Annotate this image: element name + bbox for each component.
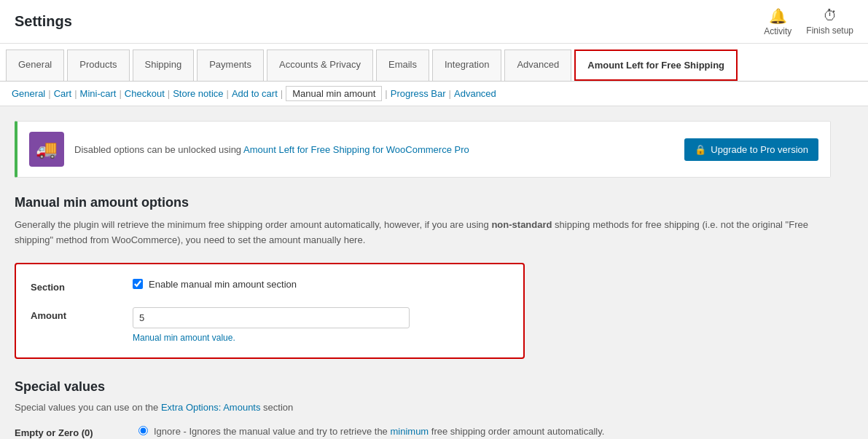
finish-setup-icon: ⏱	[823, 7, 837, 24]
empty-or-zero-label: Empty or Zero (0)	[15, 424, 124, 438]
amount-option-row: Amount Manual min amount value.	[31, 307, 509, 343]
tab-accounts-privacy[interactable]: Accounts & Privacy	[267, 50, 373, 81]
section-control: Enable manual min amount section	[133, 279, 509, 290]
tab-products[interactable]: Products	[67, 50, 129, 81]
sv-desc-link[interactable]: Extra Options: Amounts	[161, 402, 261, 413]
section-description: Generally the plugin will retrieve the m…	[15, 218, 831, 248]
subtab-add-to-cart[interactable]: Add to cart	[232, 88, 278, 99]
upgrade-button[interactable]: 🔒 Upgrade to Pro version	[684, 138, 818, 161]
subtab-store-notice[interactable]: Store notice	[173, 88, 223, 99]
promo-text-before: Disabled options can be unlocked using	[74, 144, 243, 155]
finish-setup-label: Finish setup	[806, 25, 853, 36]
promo-link[interactable]: Amount Left for Free Shipping for WooCom…	[243, 144, 469, 155]
tab-integration[interactable]: Integration	[432, 50, 501, 81]
radio-row-ignore: Ignore - Ignores the manual value and tr…	[138, 424, 831, 439]
radio-ignore[interactable]	[138, 426, 148, 435]
sv-desc-pre: Special values you can use on the	[15, 402, 161, 413]
manual-min-amount-section: Manual min amount options Generally the …	[15, 195, 831, 359]
tab-payments[interactable]: Payments	[197, 50, 264, 81]
main-content: 🚚 Disabled options can be unlocked using…	[0, 106, 845, 439]
sub-tabs: General | Cart | Mini-cart | Checkout | …	[0, 82, 868, 106]
promo-icon: 🚚	[29, 132, 64, 167]
enable-section-checkbox[interactable]	[133, 279, 143, 289]
page-title: Settings	[15, 13, 72, 30]
subtab-checkout[interactable]: Checkout	[125, 88, 165, 99]
promo-box: 🚚 Disabled options can be unlocked using…	[15, 121, 831, 178]
subtab-progress-bar[interactable]: Progress Bar	[391, 88, 446, 99]
section-checkbox-row: Enable manual min amount section	[133, 279, 509, 290]
sv-radio-options: Ignore - Ignores the manual value and tr…	[138, 424, 831, 439]
special-values-title: Special values	[15, 379, 831, 395]
amount-hint: Manual min amount value.	[133, 333, 509, 343]
subtab-manual-min-amount[interactable]: Manual min amount	[286, 86, 382, 101]
section-label: Section	[31, 279, 118, 293]
tab-amount-left[interactable]: Amount Left for Free Shipping	[574, 50, 738, 81]
tab-emails[interactable]: Emails	[376, 50, 429, 81]
tab-general[interactable]: General	[6, 50, 64, 81]
amount-input[interactable]	[133, 307, 410, 328]
tab-advanced[interactable]: Advanced	[504, 50, 571, 81]
section-option-row: Section Enable manual min amount section	[31, 279, 509, 293]
options-box: Section Enable manual min amount section…	[15, 263, 525, 359]
activity-icon: 🔔	[769, 7, 787, 25]
enable-section-label[interactable]: Enable manual min amount section	[149, 279, 297, 290]
subtab-general[interactable]: General	[12, 88, 45, 99]
special-values-desc: Special values you can use on the Extra …	[15, 402, 831, 413]
promo-text: Disabled options can be unlocked using A…	[74, 144, 674, 155]
sv-desc-post: section	[261, 402, 294, 413]
subtab-advanced[interactable]: Advanced	[454, 88, 496, 99]
amount-control: Manual min amount value.	[133, 307, 509, 343]
main-tabs: General Products Shipping Payments Accou…	[0, 44, 868, 82]
activity-button[interactable]: 🔔 Activity	[764, 7, 791, 36]
subtab-mini-cart[interactable]: Mini-cart	[80, 88, 117, 99]
radio-ignore-label[interactable]: Ignore - Ignores the manual value and tr…	[154, 424, 604, 439]
amount-label: Amount	[31, 307, 118, 321]
empty-or-zero-row: Empty or Zero (0) Ignore - Ignores the m…	[15, 424, 831, 439]
finish-setup-button[interactable]: ⏱ Finish setup	[806, 7, 853, 36]
minimum-link[interactable]: minimum	[390, 426, 429, 437]
top-bar: Settings 🔔 Activity ⏱ Finish setup	[0, 0, 868, 44]
activity-label: Activity	[764, 26, 791, 36]
section-title: Manual min amount options	[15, 195, 831, 210]
top-bar-actions: 🔔 Activity ⏱ Finish setup	[764, 7, 853, 36]
tab-shipping[interactable]: Shipping	[133, 50, 195, 81]
lock-icon: 🔒	[695, 144, 706, 155]
special-values-section: Special values Special values you can us…	[15, 379, 831, 439]
subtab-cart[interactable]: Cart	[54, 88, 72, 99]
